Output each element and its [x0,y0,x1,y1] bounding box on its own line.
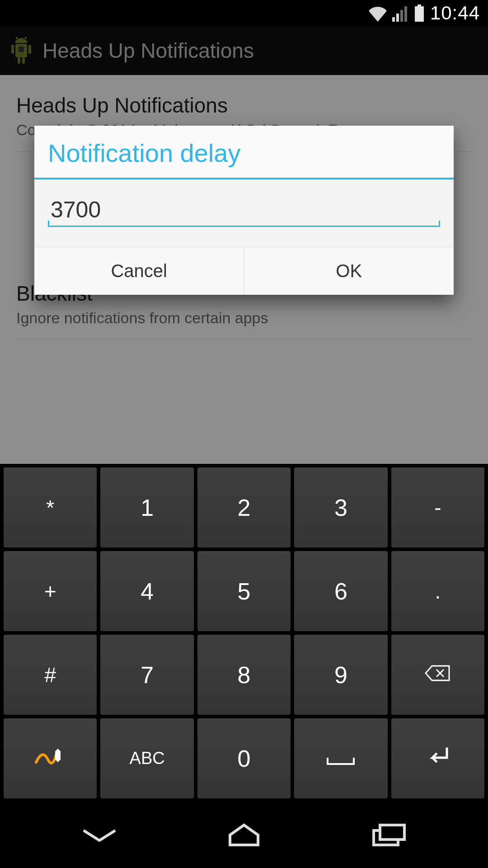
navigation-bar [0,802,488,868]
numeric-keyboard: * 1 2 3 - + 4 5 6 . # 7 8 9 [0,464,488,802]
chevron-down-icon [79,826,120,844]
key-9[interactable]: 9 [294,635,387,715]
pref-blacklist-summary: Ignore notifications from certain apps [16,308,472,328]
status-clock: 10:44 [430,2,480,24]
status-bar: 10:44 [0,0,488,26]
space-icon [325,745,357,772]
enter-icon [424,746,451,771]
key-space[interactable] [294,718,387,798]
svg-rect-3 [404,6,407,22]
app-bar: Heads Up Notifications [0,26,488,75]
key-8[interactable]: 8 [197,635,291,715]
key-3[interactable]: 3 [294,467,387,547]
svg-point-7 [25,37,27,39]
wifi-icon [368,5,388,22]
status-icons [368,5,425,22]
svg-rect-10 [28,45,31,54]
nav-back-button[interactable] [50,812,149,858]
key-4[interactable]: 4 [100,551,193,631]
key-0[interactable]: 0 [197,718,291,798]
pref-about-title: Heads Up Notifications [16,93,472,118]
svg-rect-4 [418,5,421,6]
key-enter[interactable] [391,718,484,798]
nav-recents-button[interactable] [339,812,438,858]
svg-rect-5 [415,6,424,22]
swype-icon [34,746,66,771]
cell-signal-icon [392,5,409,22]
svg-rect-13 [19,47,24,52]
home-icon [224,821,264,849]
svg-rect-1 [396,14,399,22]
key-hash[interactable]: # [4,635,97,715]
key-2[interactable]: 2 [197,467,291,547]
key-minus[interactable]: - [391,467,484,547]
dialog-button-bar: Cancel OK [34,247,454,295]
dialog-title: Notification delay [48,138,440,168]
notification-delay-dialog: Notification delay Cancel OK [34,126,454,295]
key-7[interactable]: 7 [100,635,193,715]
key-period[interactable]: . [391,551,484,631]
ok-button[interactable]: OK [244,247,454,295]
delay-input-wrap [48,195,440,227]
svg-rect-0 [392,17,395,22]
app-icon [10,37,33,65]
app-title: Heads Up Notifications [42,38,254,63]
svg-rect-11 [18,57,20,64]
recents-icon [368,822,409,848]
nav-home-button[interactable] [194,812,294,858]
key-1[interactable]: 1 [100,467,193,547]
key-5[interactable]: 5 [197,551,291,631]
battery-icon [414,5,425,22]
cancel-button[interactable]: Cancel [34,247,244,295]
svg-rect-9 [11,45,14,54]
key-6[interactable]: 6 [294,551,387,631]
key-plus[interactable]: + [4,551,97,631]
svg-rect-2 [400,10,403,22]
svg-rect-12 [22,57,25,64]
delay-input[interactable] [51,195,437,225]
key-abc[interactable]: ABC [100,718,193,798]
backspace-icon [424,663,452,687]
key-backspace[interactable] [391,635,484,715]
key-asterisk[interactable]: * [4,467,97,547]
svg-rect-17 [380,825,404,840]
svg-point-6 [16,37,18,39]
key-swype[interactable] [4,718,97,798]
